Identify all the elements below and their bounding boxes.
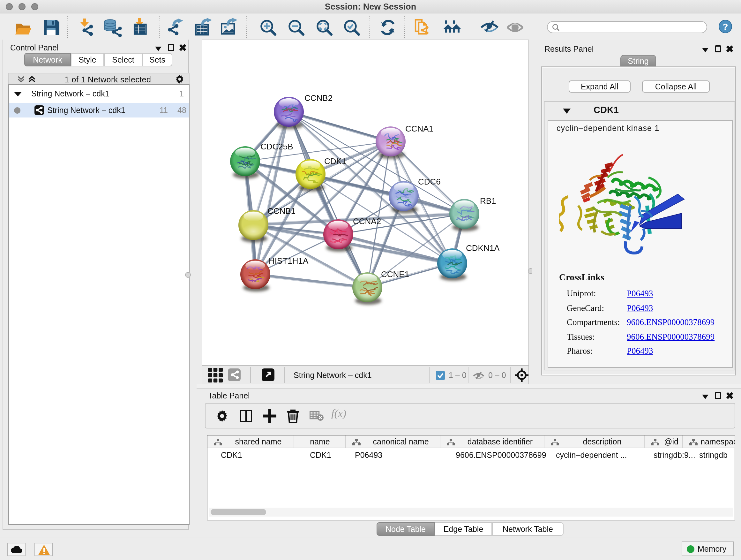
svg-text:CDC25B: CDC25B: [260, 142, 293, 151]
svg-text:CCNE1: CCNE1: [381, 269, 409, 279]
svg-text:CDKN1A: CDKN1A: [466, 243, 500, 253]
svg-text:CCNB1: CCNB1: [267, 206, 295, 216]
svg-text:CCNA2: CCNA2: [353, 216, 381, 226]
svg-text:CDC6: CDC6: [418, 177, 441, 186]
svg-text:HIST1H1A: HIST1H1A: [269, 256, 309, 266]
svg-text:?: ?: [723, 22, 728, 32]
svg-text:RB1: RB1: [480, 196, 496, 206]
svg-text:CCNB2: CCNB2: [305, 93, 333, 103]
svg-text:CCNA1: CCNA1: [405, 124, 433, 133]
svg-text:CDK1: CDK1: [324, 157, 346, 166]
